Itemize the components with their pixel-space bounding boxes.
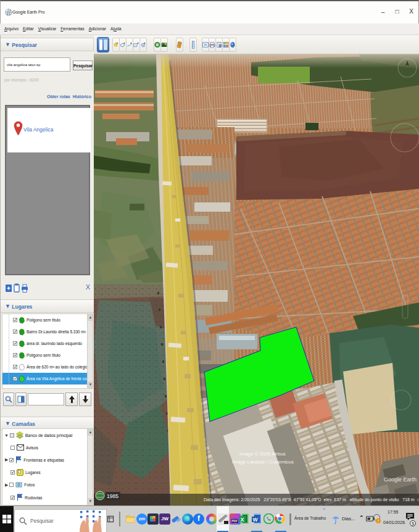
svg-text:1985: 1985 [107, 493, 118, 499]
svg-text:Image © 2025 Airbus: Image © 2025 Airbus [239, 451, 286, 457]
svg-text:Data das imagens: 2/20/2025: Data das imagens: 2/20/2025 23°20'03.49"… [204, 497, 419, 502]
svg-text:Image Landsat / Copernicus: Image Landsat / Copernicus [232, 459, 294, 465]
svg-text:X: X [241, 517, 244, 523]
svg-text:Google Earth: Google Earth [384, 476, 417, 483]
svg-text:W: W [253, 517, 259, 523]
